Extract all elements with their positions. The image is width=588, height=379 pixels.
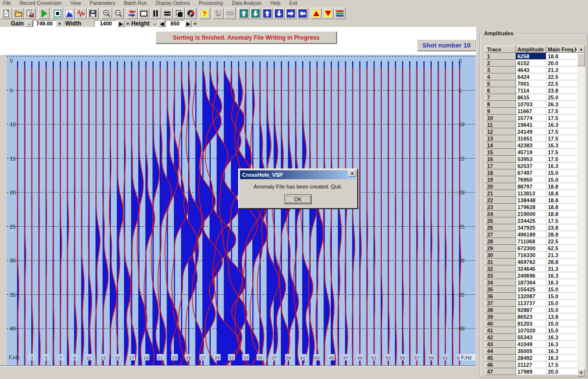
trace-cell[interactable]: 27	[486, 231, 516, 238]
trace-cell[interactable]: 22	[486, 197, 516, 204]
rectangle-button[interactable]	[138, 8, 149, 19]
amplitude-cell[interactable]: 42383	[516, 142, 546, 149]
amplitude-cell[interactable]: 19641	[516, 121, 546, 128]
amplitude-cell[interactable]: 7114	[516, 87, 546, 94]
height-prev-button[interactable]: ◀	[158, 20, 165, 27]
triangle-up-red-button[interactable]	[311, 8, 322, 19]
trace-cell[interactable]: 47	[486, 368, 516, 375]
menu-item-exit[interactable]: Exit	[285, 0, 302, 6]
amplitude-cell[interactable]: 55343	[516, 334, 546, 341]
amplitude-cell[interactable]: 88797	[516, 183, 546, 190]
trace-cell[interactable]: 31	[486, 259, 516, 265]
trace-cell[interactable]: 42	[486, 334, 516, 341]
amplitude-cell[interactable]: 10703	[516, 101, 546, 108]
trace-cell[interactable]: 37	[486, 300, 516, 307]
column-header-amplitude[interactable]: Amplitude	[516, 46, 546, 53]
width-increase-button[interactable]: +	[124, 20, 131, 27]
trace-cell[interactable]: 12	[486, 128, 516, 135]
amplitude-cell[interactable]: 67497	[516, 169, 546, 176]
menu-item-data-analysis[interactable]: Data Analysis	[227, 0, 266, 6]
amplitude-cell[interactable]: 240696	[516, 272, 546, 279]
trace-cell[interactable]: 32	[486, 265, 516, 272]
trace-cell[interactable]: 45	[486, 355, 516, 361]
amplitude-cell[interactable]: 81203	[516, 320, 546, 327]
trace-cell[interactable]: 39	[486, 313, 516, 320]
amplitude-cell[interactable]: 6424	[516, 73, 546, 80]
trace-cell[interactable]: 35	[486, 286, 516, 293]
trace-cell[interactable]: 1	[486, 53, 516, 60]
trace-cell[interactable]: 38	[486, 307, 516, 313]
amplitude-cell[interactable]: 107020	[516, 327, 546, 334]
column-header-trace[interactable]: Trace	[486, 46, 516, 53]
amplitude-cell[interactable]: 45719	[516, 149, 546, 156]
color-wheel-button[interactable]	[185, 8, 196, 19]
trace-cell[interactable]: 23	[486, 204, 516, 211]
trace-cell[interactable]: 3	[486, 67, 516, 73]
amplitude-cell[interactable]: 132087	[516, 293, 546, 300]
run-button[interactable]	[38, 8, 49, 19]
trace-cell[interactable]: 34	[486, 279, 516, 286]
amplitude-cell[interactable]: 711068	[516, 238, 546, 245]
trace-cell[interactable]: 6	[486, 87, 516, 94]
trace-cell[interactable]: 44	[486, 348, 516, 355]
trace-cell[interactable]: 15	[486, 149, 516, 156]
trace-cell[interactable]: 13	[486, 135, 516, 142]
zoom-in-button[interactable]	[101, 8, 112, 19]
trace-cell[interactable]: 18	[486, 169, 516, 176]
copy-button[interactable]	[173, 8, 185, 19]
trace-cell[interactable]: 25	[486, 217, 516, 224]
amplitude-cell[interactable]: 234425	[516, 217, 546, 224]
amplitude-cell[interactable]: 347925	[516, 224, 546, 231]
open-folder-button[interactable]	[13, 8, 24, 19]
amplitude-cell[interactable]: 113813	[516, 190, 546, 197]
amplitude-cell[interactable]: 672300	[516, 245, 546, 252]
amplitude-cell[interactable]: 15774	[516, 115, 546, 121]
trace-cell[interactable]: 30	[486, 252, 516, 259]
amplitude-cell[interactable]: 35005	[516, 348, 546, 355]
trace-cell[interactable]: 21	[486, 190, 516, 197]
waveform-button[interactable]	[75, 8, 87, 19]
amplitude-cell[interactable]: 187364	[516, 279, 546, 286]
menu-item-display-options[interactable]: Display Options	[151, 0, 195, 6]
amplitude-cell[interactable]: 17989	[516, 368, 546, 375]
trace-cell[interactable]: 36	[486, 293, 516, 300]
amplitude-cell[interactable]: 11667	[516, 108, 546, 115]
trace-cell[interactable]: 41	[486, 327, 516, 334]
arrow-up-blue-button[interactable]	[262, 8, 273, 19]
scroll-up-icon[interactable]: ▲	[577, 46, 585, 53]
equal-bars-button[interactable]	[162, 8, 173, 19]
height-value-field[interactable]	[165, 20, 185, 27]
zoom-out-button[interactable]	[113, 8, 124, 19]
trace-cell[interactable]: 43	[486, 341, 516, 348]
trace-cell[interactable]: 17	[486, 163, 516, 169]
amplitude-cell[interactable]: 138448	[516, 197, 546, 204]
trace-cell[interactable]: 10	[486, 115, 516, 121]
menu-item-record-conversion[interactable]: Record Conversion	[15, 0, 66, 6]
amplitude-cell[interactable]: 179628	[516, 204, 546, 211]
gain-increase-button[interactable]: +	[56, 20, 63, 27]
scrollbar-thumb[interactable]	[577, 53, 585, 66]
dialog-title-bar[interactable]: CrossHole_VSP	[240, 170, 356, 179]
amplitude-cell[interactable]: 8615	[516, 94, 546, 101]
amplitude-cell[interactable]: 76950	[516, 176, 546, 183]
amplitude-cell[interactable]: 716330	[516, 252, 546, 259]
trace-cell[interactable]: 40	[486, 320, 516, 327]
height-next-button[interactable]: ▶	[185, 20, 192, 27]
gain-value-field[interactable]	[33, 20, 56, 27]
arrow-right-blue-button[interactable]	[285, 8, 296, 19]
width-next-button[interactable]: ▶	[118, 20, 124, 27]
menu-item-help[interactable]: Help	[266, 0, 285, 6]
menu-item-file[interactable]: File	[0, 0, 15, 6]
height-decrease-button[interactable]: -	[151, 20, 158, 27]
trace-cell[interactable]: 24	[486, 211, 516, 217]
amplitude-cell[interactable]: 53953	[516, 156, 546, 163]
help-button[interactable]: ?	[199, 8, 210, 19]
spectrum-button[interactable]	[64, 8, 75, 19]
amplitude-cell[interactable]: 496189	[516, 231, 546, 238]
trace-cell[interactable]: 46	[486, 361, 516, 368]
table-scrollbar[interactable]: ▲ ▼	[577, 46, 585, 377]
menu-item-batch-run[interactable]: Batch Run	[120, 0, 151, 6]
trace-cell[interactable]: 14	[486, 142, 516, 149]
amplitude-cell[interactable]: 113737	[516, 300, 546, 307]
amplitude-cell[interactable]: 219000	[516, 211, 546, 217]
